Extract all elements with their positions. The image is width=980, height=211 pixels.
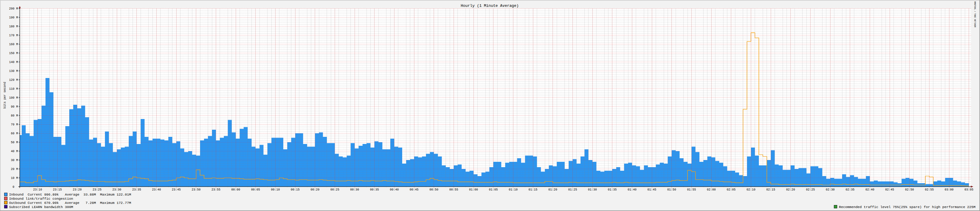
svg-text:00:10: 00:10 bbox=[271, 188, 280, 191]
svg-text:02:50: 02:50 bbox=[905, 188, 914, 191]
svg-text:01:05: 01:05 bbox=[489, 188, 498, 191]
svg-text:01:45: 01:45 bbox=[648, 188, 656, 191]
svg-text:40 M: 40 M bbox=[11, 150, 18, 153]
svg-text:23:55: 23:55 bbox=[212, 188, 220, 191]
svg-text:00:50: 00:50 bbox=[430, 188, 438, 191]
svg-text:03:00: 03:00 bbox=[945, 188, 953, 191]
svg-text:02:10: 02:10 bbox=[746, 188, 755, 191]
svg-text:Outbound Current 670.90k Ave: Outbound Current 670.90k Average 7.28M M… bbox=[9, 201, 131, 205]
svg-text:Hourly (1 Minute Average): Hourly (1 Minute Average) bbox=[461, 3, 519, 8]
svg-text:02:45: 02:45 bbox=[885, 188, 894, 191]
svg-text:01:25: 01:25 bbox=[568, 188, 577, 191]
svg-text:23:40: 23:40 bbox=[152, 188, 161, 191]
svg-text:60 M: 60 M bbox=[11, 132, 18, 135]
svg-text:170 M: 170 M bbox=[9, 34, 18, 37]
svg-text:50 M: 50 M bbox=[11, 141, 18, 144]
svg-text:02:05: 02:05 bbox=[727, 188, 736, 191]
svg-text:01:30: 01:30 bbox=[588, 188, 597, 191]
svg-text:02:25: 02:25 bbox=[806, 188, 815, 191]
svg-text:160 M: 160 M bbox=[9, 43, 18, 46]
svg-text:00:15: 00:15 bbox=[291, 188, 300, 191]
svg-text:80 M: 80 M bbox=[11, 114, 18, 117]
svg-text:100 M: 100 M bbox=[9, 96, 18, 100]
svg-text:Subscribed LEARN bandwidth 300: Subscribed LEARN bandwidth 300M bbox=[9, 205, 73, 209]
svg-text:00:40: 00:40 bbox=[390, 188, 399, 191]
svg-text:01:00: 01:00 bbox=[469, 188, 478, 191]
svg-text:23:35: 23:35 bbox=[132, 188, 141, 191]
svg-text:20 M: 20 M bbox=[11, 168, 18, 171]
svg-text:02:15: 02:15 bbox=[766, 188, 775, 191]
svg-text:01:10: 01:10 bbox=[509, 188, 517, 191]
svg-text:00:05: 00:05 bbox=[251, 188, 260, 191]
svg-text:23:15: 23:15 bbox=[53, 188, 62, 191]
svg-text:RRDTOOL / TOBI OETIKER: RRDTOOL / TOBI OETIKER bbox=[974, 2, 976, 27]
svg-text:00:25: 00:25 bbox=[330, 188, 339, 191]
svg-text:23:20: 23:20 bbox=[73, 188, 82, 191]
svg-text:23:30: 23:30 bbox=[112, 188, 121, 191]
svg-text:180 M: 180 M bbox=[9, 25, 18, 28]
svg-text:02:55: 02:55 bbox=[925, 188, 934, 191]
svg-text:23:50: 23:50 bbox=[192, 188, 200, 191]
svg-text:150 M: 150 M bbox=[9, 52, 18, 55]
svg-text:110 M: 110 M bbox=[9, 87, 18, 90]
svg-text:00:00: 00:00 bbox=[231, 188, 240, 191]
svg-text:Inbound link/traffic congestio: Inbound link/traffic congestion bbox=[9, 197, 73, 201]
svg-text:23:25: 23:25 bbox=[92, 188, 101, 191]
svg-text:Recommended traffic level 75%(: Recommended traffic level 75%(25% spare)… bbox=[839, 205, 975, 209]
svg-text:02:00: 02:00 bbox=[707, 188, 716, 191]
svg-text:00:45: 00:45 bbox=[410, 188, 418, 191]
svg-text:02:20: 02:20 bbox=[786, 188, 795, 191]
svg-text:00:55: 00:55 bbox=[449, 188, 458, 191]
svg-text:Inbound Current 996.89k Ave: Inbound Current 996.89k Average 33.88M M… bbox=[9, 193, 131, 197]
svg-text:01:20: 01:20 bbox=[549, 188, 557, 191]
svg-text:130 M: 130 M bbox=[9, 70, 18, 73]
svg-text:140 M: 140 M bbox=[9, 60, 18, 64]
svg-text:02:35: 02:35 bbox=[846, 188, 854, 191]
svg-text:02:30: 02:30 bbox=[826, 188, 835, 191]
svg-text:01:40: 01:40 bbox=[627, 188, 636, 191]
svg-text:01:55: 01:55 bbox=[687, 188, 696, 191]
svg-text:190 M: 190 M bbox=[9, 16, 18, 19]
svg-text:01:15: 01:15 bbox=[528, 188, 538, 191]
svg-text:23:45: 23:45 bbox=[172, 188, 181, 191]
svg-text:23:10: 23:10 bbox=[33, 188, 42, 191]
svg-text:0: 0 bbox=[13, 186, 14, 189]
svg-text:01:35: 01:35 bbox=[608, 188, 617, 191]
svg-text:02:40: 02:40 bbox=[865, 188, 874, 191]
svg-text:bits per second: bits per second bbox=[3, 82, 6, 108]
svg-text:00:30: 00:30 bbox=[350, 188, 359, 191]
svg-text:03:05: 03:05 bbox=[964, 188, 974, 191]
svg-text:00:20: 00:20 bbox=[310, 188, 320, 191]
svg-text:70 M: 70 M bbox=[11, 123, 18, 126]
svg-text:120 M: 120 M bbox=[9, 78, 18, 82]
svg-text:01:50: 01:50 bbox=[667, 188, 676, 191]
svg-text:00:35: 00:35 bbox=[370, 188, 379, 191]
svg-text:10 M: 10 M bbox=[11, 176, 18, 180]
svg-text:90 M: 90 M bbox=[11, 105, 18, 108]
svg-text:200 M: 200 M bbox=[9, 7, 18, 10]
svg-text:30 M: 30 M bbox=[11, 159, 18, 162]
